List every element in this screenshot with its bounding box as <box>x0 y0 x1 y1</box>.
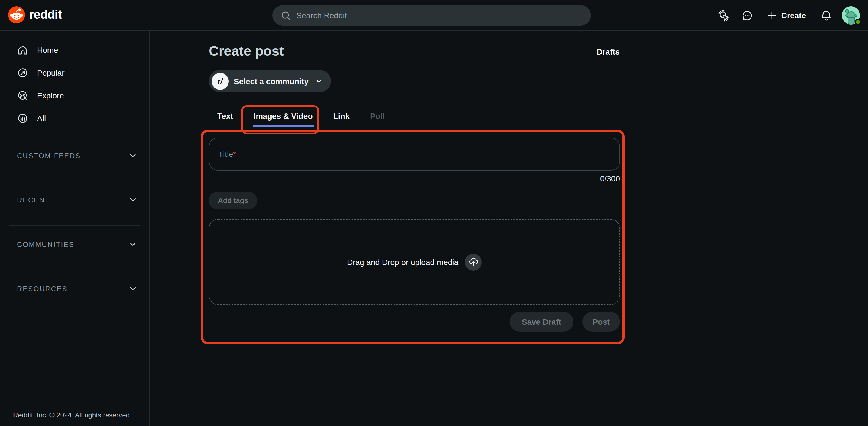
search-icon <box>280 10 291 21</box>
plus-icon <box>767 10 777 21</box>
post-button[interactable]: Post <box>582 312 620 332</box>
sidebar-item-all[interactable]: All <box>7 107 142 130</box>
chevron-down-icon <box>128 151 138 160</box>
online-status-dot <box>855 19 861 25</box>
required-asterisk: * <box>233 150 236 159</box>
sidebar-item-popular[interactable]: Popular <box>7 61 142 84</box>
save-draft-label: Save Draft <box>522 317 561 326</box>
form-actions: Save Draft Post <box>209 312 620 332</box>
sidebar-section-communities[interactable]: COMMUNITIES <box>0 226 149 263</box>
tab-link[interactable]: Link <box>325 106 358 126</box>
chevron-down-icon <box>128 195 138 205</box>
reddit-logo[interactable]: reddit <box>8 6 62 23</box>
all-icon <box>17 113 28 124</box>
top-nav-bar: reddit Search Reddit <box>0 0 868 31</box>
main-content: Create post Drafts r/ Select a community… <box>150 31 868 426</box>
community-selector-label: Select a community <box>234 77 309 86</box>
save-draft-button[interactable]: Save Draft <box>510 312 574 332</box>
chevron-down-icon <box>314 76 323 86</box>
chevron-down-icon <box>128 239 138 249</box>
explore-icon <box>17 90 28 101</box>
advertise-icon[interactable] <box>714 5 734 26</box>
sidebar-item-home[interactable]: Home <box>7 39 142 61</box>
sidebar-item-label: Popular <box>37 68 65 78</box>
left-sidebar: Home Popular Explore <box>0 31 150 426</box>
sidebar-item-explore[interactable]: Explore <box>7 84 142 107</box>
tab-label: Images & Video <box>254 112 313 121</box>
search-input[interactable]: Search Reddit <box>273 5 591 26</box>
user-avatar[interactable] <box>841 6 861 25</box>
page-title: Create post <box>209 43 284 59</box>
create-label: Create <box>781 11 806 20</box>
sidebar-item-label: Home <box>37 45 58 55</box>
chevron-down-icon <box>128 284 138 294</box>
sidebar-section-resources[interactable]: RESOURCES <box>0 270 149 307</box>
tab-label: Text <box>217 112 233 121</box>
chat-icon[interactable] <box>737 5 757 26</box>
tab-text[interactable]: Text <box>209 106 242 126</box>
drafts-link[interactable]: Drafts <box>597 47 620 56</box>
section-label: RESOURCES <box>17 285 67 293</box>
add-tags-button[interactable]: Add tags <box>209 192 257 209</box>
section-label: CUSTOM FEEDS <box>17 152 81 159</box>
tab-images-video[interactable]: Images & Video <box>245 106 321 126</box>
add-tags-label: Add tags <box>218 196 248 205</box>
tab-label: Link <box>333 112 350 121</box>
sidebar-item-label: Explore <box>37 91 64 100</box>
r-slash-icon: r/ <box>212 72 229 90</box>
tab-poll[interactable]: Poll <box>362 106 393 126</box>
title-input[interactable]: Title* <box>209 138 620 171</box>
sidebar-section-recent[interactable]: RECENT <box>0 181 149 218</box>
reddit-create-post-page: reddit Search Reddit <box>0 0 868 426</box>
upload-media-button[interactable] <box>465 253 482 270</box>
snoo-logo-icon <box>8 6 25 23</box>
title-placeholder: Title <box>218 150 233 159</box>
post-type-tabs: Text Images & Video Link Poll <box>209 106 393 126</box>
section-label: COMMUNITIES <box>17 240 74 248</box>
sidebar-section-custom-feeds[interactable]: CUSTOM FEEDS <box>0 137 149 174</box>
brand-wordmark: reddit <box>29 7 62 22</box>
community-selector[interactable]: r/ Select a community <box>209 70 331 92</box>
dropzone-hint: Drag and Drop or upload media <box>347 257 459 267</box>
sidebar-item-label: All <box>37 114 46 123</box>
home-icon <box>17 44 28 56</box>
popular-icon <box>17 67 28 79</box>
media-dropzone[interactable]: Drag and Drop or upload media <box>209 219 620 305</box>
notifications-bell-icon[interactable] <box>816 5 836 26</box>
tab-label: Poll <box>370 112 384 121</box>
search-placeholder: Search Reddit <box>296 11 347 20</box>
copyright-text: Reddit, Inc. © 2024. All rights reserved… <box>13 411 132 419</box>
char-counter: 0/300 <box>209 174 620 183</box>
upload-cloud-icon <box>468 256 479 267</box>
create-post-button[interactable]: Create <box>760 5 813 26</box>
section-label: RECENT <box>17 196 50 204</box>
post-label: Post <box>592 317 610 326</box>
header-actions: Create <box>714 0 861 31</box>
